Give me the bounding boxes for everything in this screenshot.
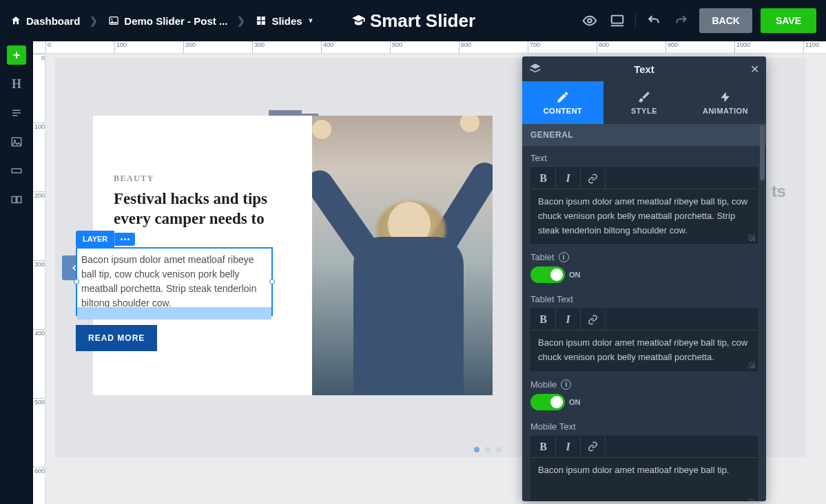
svg-point-1 [112, 19, 113, 20]
crumb-slider[interactable]: Demo Slider - Post ... [107, 14, 227, 27]
resize-grip[interactable] [748, 498, 755, 501]
tablet-text-value: Bacon ipsum dolor amet meatloaf ribeye b… [538, 337, 747, 362]
resize-handle-right[interactable] [269, 279, 275, 284]
field-label-tablet: Tablet i [530, 252, 758, 262]
svg-rect-2 [257, 17, 260, 20]
pager-dot[interactable] [474, 447, 479, 452]
heading-tool[interactable]: H [7, 74, 26, 94]
slide-pager [474, 447, 502, 452]
link-button[interactable] [581, 168, 606, 189]
image-tool[interactable] [7, 132, 26, 151]
person-photo [312, 116, 493, 395]
resize-grip[interactable] [748, 234, 755, 241]
close-icon[interactable]: ✕ [750, 63, 759, 76]
logo: Smart Slider [351, 10, 475, 32]
bold-button[interactable]: B [531, 437, 556, 457]
back-button[interactable]: BACK [699, 8, 752, 33]
crumb-dashboard-label: Dashboard [26, 15, 80, 27]
row-tool[interactable] [7, 190, 26, 209]
redo-button[interactable] [672, 11, 691, 30]
text-editor: B I Bacon ipsum dolor amet meatloaf ribe… [530, 167, 758, 244]
italic-button[interactable]: I [556, 437, 581, 457]
undo-button[interactable] [644, 11, 663, 30]
layer-tag-label: LAYER [76, 231, 114, 247]
tablet-text-content[interactable]: Bacon ipsum dolor amet meatloaf ribeye b… [531, 330, 757, 370]
layer-text: Bacon ipsum dolor amet meatloaf ribeye b… [81, 254, 256, 308]
italic-button[interactable]: I [556, 168, 581, 189]
crumb-dashboard[interactable]: Dashboard [10, 14, 80, 27]
info-icon[interactable]: i [561, 379, 571, 390]
text-tool[interactable] [7, 103, 26, 123]
tablet-toggle[interactable]: ON [530, 266, 565, 283]
pager-dot[interactable] [485, 447, 491, 452]
svg-rect-14 [12, 197, 16, 203]
slide-category: BEAUTY [114, 174, 301, 184]
text-value: Bacon ipsum dolor amet meatloaf ribeye b… [538, 196, 747, 235]
text-editor-content[interactable]: Bacon ipsum dolor amet meatloaf ribeye b… [531, 189, 757, 243]
pencil-icon [556, 90, 570, 104]
svg-point-6 [588, 19, 592, 23]
topbar-right: BACK SAVE [580, 8, 816, 33]
brush-icon [637, 90, 651, 104]
mobile-toggle[interactable]: ON [530, 394, 565, 410]
link-button[interactable] [581, 437, 606, 457]
logo-text: Smart Slider [370, 10, 475, 32]
svg-rect-13 [12, 169, 21, 173]
toggle-knob [550, 269, 563, 281]
crumb-slides[interactable]: Slides ▼ [255, 14, 313, 27]
tab-style[interactable]: STYLE [603, 81, 685, 124]
svg-point-12 [14, 140, 16, 141]
preview-button[interactable] [580, 11, 599, 30]
scrollbar[interactable] [760, 125, 765, 180]
mobile-text-value: Bacon ipsum dolor amet meatloaf ribeye b… [538, 465, 729, 475]
crumb-slides-label: Slides [271, 15, 302, 27]
chevron-right-icon: ❯ [90, 15, 98, 26]
tab-content[interactable]: CONTENT [522, 81, 603, 124]
slide-image [312, 116, 493, 395]
bolt-icon [719, 90, 732, 104]
svg-rect-15 [17, 197, 21, 203]
home-icon [10, 14, 22, 27]
svg-rect-4 [257, 21, 260, 25]
section-general: GENERAL [522, 124, 766, 146]
ghost-title: ts [772, 182, 826, 201]
svg-rect-7 [612, 16, 623, 23]
mobile-text-content[interactable]: Bacon ipsum dolor amet meatloaf ribeye b… [531, 458, 757, 501]
layer-tag[interactable]: LAYER [76, 231, 135, 247]
tab-animation[interactable]: ANIMATION [685, 81, 766, 124]
panel-header: Text ✕ [522, 56, 766, 81]
mobile-text-editor: B I Bacon ipsum dolor amet meatloaf ribe… [530, 436, 758, 501]
crumb-slider-label: Demo Slider - Post ... [124, 15, 227, 27]
layers-icon[interactable] [529, 63, 541, 75]
next-slide-peek: ts [772, 182, 826, 319]
tab-animation-label: ANIMATION [703, 107, 748, 115]
left-sidebar: + H [0, 41, 33, 504]
breadcrumb: Dashboard ❯ Demo Slider - Post ... ❯ Sli… [10, 14, 314, 27]
ruler-vertical: 0100200300400500600 [33, 54, 45, 504]
link-button[interactable] [581, 309, 606, 330]
selected-text-layer[interactable]: Bacon ipsum dolor amet meatloaf ribeye b… [76, 247, 273, 316]
button-tool[interactable] [7, 161, 26, 180]
cap-icon [351, 13, 366, 28]
panel-body[interactable]: GENERAL Text B I Bacon ipsum dolor amet … [522, 124, 766, 501]
bold-button[interactable]: B [531, 168, 556, 189]
tablet-label-text: Tablet [530, 252, 555, 262]
add-button[interactable]: + [7, 45, 26, 65]
image-icon [107, 14, 120, 27]
resize-handle-left[interactable] [74, 279, 79, 284]
editor-toolbar: B I [531, 168, 757, 189]
panel-title: Text [634, 63, 654, 75]
tab-content-label: CONTENT [544, 107, 583, 115]
italic-button[interactable]: I [556, 309, 581, 330]
slide-title: Festival hacks and tips every camper nee… [114, 189, 301, 229]
pager-dot[interactable] [496, 447, 502, 452]
layer-tag-menu[interactable] [114, 233, 135, 246]
bold-button[interactable]: B [531, 309, 556, 330]
resize-grip[interactable] [748, 361, 755, 368]
info-icon[interactable]: i [559, 252, 569, 262]
tablet-toggle-state: ON [569, 271, 581, 279]
save-button[interactable]: SAVE [761, 8, 816, 33]
read-more-button[interactable]: READ MORE [76, 325, 157, 351]
mobile-label-text: Mobile [530, 379, 557, 390]
device-button[interactable] [608, 11, 627, 30]
